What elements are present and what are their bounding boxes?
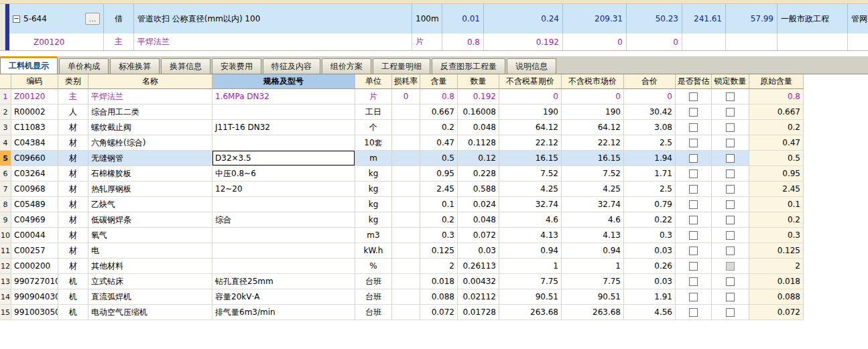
cell-original[interactable]: 0.2 (749, 120, 804, 135)
cell-market-price[interactable]: 4.6 (562, 212, 624, 228)
cell-category[interactable]: 机 (58, 305, 88, 320)
header-base-price[interactable]: 不含税基期价 (499, 74, 562, 89)
cell-loss-rate[interactable]: 0 (392, 89, 420, 104)
cell-spec[interactable] (212, 197, 355, 212)
table-row[interactable]: 159910030500@1机电动空气压缩机排气量6m3/min台班0.0720… (0, 305, 804, 320)
estimate-checkbox[interactable] (689, 169, 698, 178)
cell-code[interactable]: C11083 (11, 120, 58, 135)
table-row[interactable]: 13990727010机立式钻床钻孔直径25mm台班0.0180.004327.… (0, 274, 804, 289)
lock-checkbox[interactable] (726, 216, 735, 224)
cell-spec[interactable]: 12~20 (212, 182, 355, 197)
cell-quantity[interactable]: 0.02112 (458, 289, 499, 305)
cell-name[interactable]: 石棉橡胶板 (88, 166, 212, 182)
tab-8[interactable]: 反查图形工程量 (432, 58, 505, 74)
row-number[interactable]: 7 (0, 182, 11, 197)
cell-content[interactable]: 2 (420, 259, 458, 274)
cell-estimate[interactable] (676, 259, 712, 274)
tab-7[interactable]: 工程量明细 (373, 58, 430, 74)
row-number[interactable]: 13 (0, 274, 11, 289)
lock-checkbox[interactable] (726, 154, 735, 163)
subitem-value-cell[interactable] (726, 33, 778, 50)
cell-unit[interactable]: 片 (355, 89, 392, 104)
cell-spec[interactable] (212, 135, 355, 151)
estimate-checkbox[interactable] (689, 247, 698, 255)
cell-loss-rate[interactable] (392, 151, 420, 166)
tab-6[interactable]: 组价方案 (322, 58, 371, 74)
cell-quantity[interactable]: 0.588 (458, 182, 499, 197)
table-row[interactable]: 3C11083材螺纹截止阀J11T-16 DN32个0.20.04864.126… (0, 120, 804, 135)
cell-code[interactable]: 990727010 (11, 274, 58, 289)
cell-spec[interactable]: 综合 (212, 212, 355, 228)
cell-total[interactable]: 30.42 (624, 104, 676, 120)
subitem-category-cell[interactable] (778, 33, 848, 50)
cell-estimate[interactable] (676, 274, 712, 289)
lock-checkbox[interactable] (726, 247, 735, 255)
tab-2[interactable]: 标准换算 (110, 58, 160, 74)
cell-original[interactable]: 0.3 (749, 228, 804, 243)
cell-loss-rate[interactable] (392, 182, 420, 197)
table-row[interactable]: 4C04384材六角螺栓(综合)10套0.470.112822.1222.122… (0, 135, 804, 151)
cell-name[interactable]: 乙炔气 (88, 197, 212, 212)
cell-code[interactable]: C03264 (11, 166, 58, 182)
quota-value-cell[interactable]: 50.23 (627, 4, 682, 33)
subitem-name-cell[interactable]: 平焊法兰 (134, 33, 412, 50)
cell-content[interactable]: 0.2 (420, 120, 458, 135)
quota-value-cell[interactable]: 241.61 (682, 4, 726, 33)
cell-market-price[interactable]: 1 (562, 259, 624, 274)
cell-total[interactable]: 0.26 (624, 259, 676, 274)
more-button[interactable]: … (85, 13, 100, 25)
cell-unit[interactable]: 10套 (355, 135, 392, 151)
cell-name[interactable]: 六角螺栓(综合) (88, 135, 212, 151)
cell-name[interactable]: 电动空气压缩机 (88, 305, 212, 320)
cell-name[interactable]: 立式钻床 (88, 274, 212, 289)
cell-code[interactable]: R00002 (11, 104, 58, 120)
cell-content[interactable]: 0.5 (420, 151, 458, 166)
cell-name[interactable]: 其他材料 (88, 259, 212, 274)
quota-value-cell[interactable]: 209.31 (563, 4, 627, 33)
quota-value-cell[interactable]: 57.99 (726, 4, 778, 33)
cell-market-price[interactable]: 7.52 (562, 166, 624, 182)
cell-code[interactable]: C00044 (11, 228, 58, 243)
table-row[interactable]: 1Z00120主平焊法兰1.6MPa DN32片00.80.1920000.8 (0, 89, 804, 104)
cell-name[interactable]: 螺纹截止阀 (88, 120, 212, 135)
cell-category[interactable]: 材 (58, 151, 88, 166)
subitem-tail-cell[interactable] (848, 33, 868, 50)
cell-market-price[interactable]: 4.13 (562, 228, 624, 243)
cell-total[interactable]: 2.5 (624, 135, 676, 151)
cell-code[interactable]: C00968 (11, 182, 58, 197)
cell-base-price[interactable]: 16.15 (499, 151, 562, 166)
cell-total[interactable]: 4.56 (624, 305, 676, 320)
tab-1[interactable]: 单价构成 (59, 58, 109, 74)
quota-category-cell[interactable]: 一般市政工程 (778, 4, 848, 33)
cell-estimate[interactable] (676, 120, 712, 135)
cell-market-price[interactable]: 16.15 (562, 151, 624, 166)
estimate-checkbox[interactable] (689, 231, 698, 240)
cell-content[interactable]: 0.2 (420, 212, 458, 228)
cell-estimate[interactable] (676, 104, 712, 120)
cell-quantity[interactable]: 0.26113 (458, 259, 499, 274)
table-row[interactable]: 10C00044材氧气m30.30.0724.134.130.30.3 (0, 228, 804, 243)
row-number[interactable]: 14 (0, 289, 11, 305)
cell-market-price[interactable]: 0 (562, 89, 624, 104)
cell-spec[interactable] (212, 243, 355, 259)
cell-market-price[interactable]: 190 (562, 104, 624, 120)
cell-name[interactable]: 直流弧焊机 (88, 289, 212, 305)
estimate-checkbox[interactable] (689, 262, 698, 271)
cell-category[interactable]: 材 (58, 166, 88, 182)
cell-total[interactable]: 1.94 (624, 151, 676, 166)
cell-category[interactable]: 机 (58, 274, 88, 289)
tab-3[interactable]: 换算信息 (161, 58, 210, 74)
cell-total[interactable]: 1.91 (624, 289, 676, 305)
table-row[interactable]: 12C000200材其他材料%20.26113110.262 (0, 259, 804, 274)
cell-total[interactable]: 0.03 (624, 243, 676, 259)
cell-total[interactable]: 0.79 (624, 197, 676, 212)
cell-category[interactable]: 材 (58, 243, 88, 259)
cell-category[interactable]: 材 (58, 259, 88, 274)
estimate-checkbox[interactable] (689, 123, 698, 132)
cell-loss-rate[interactable] (392, 289, 420, 305)
header-code[interactable]: 编码 (11, 74, 58, 89)
tab-5[interactable]: 特征及内容 (263, 58, 320, 74)
cell-quantity[interactable]: 0.048 (458, 212, 499, 228)
row-number[interactable]: 1 (0, 89, 11, 104)
cell-base-price[interactable]: 4.6 (499, 212, 562, 228)
